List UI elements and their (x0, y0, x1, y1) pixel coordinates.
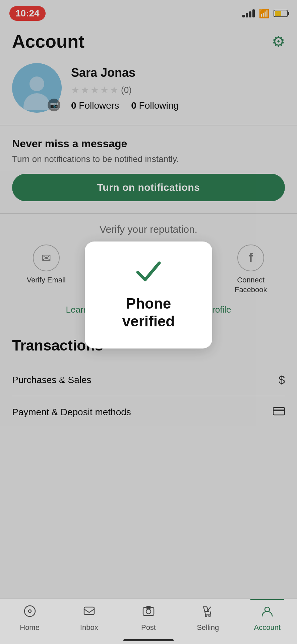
modal-title: Phone verified (98, 295, 199, 330)
modal-overlay[interactable]: Phone verified (0, 0, 297, 644)
phone-verified-modal: Phone verified (85, 241, 212, 348)
checkmark-icon (135, 260, 162, 287)
